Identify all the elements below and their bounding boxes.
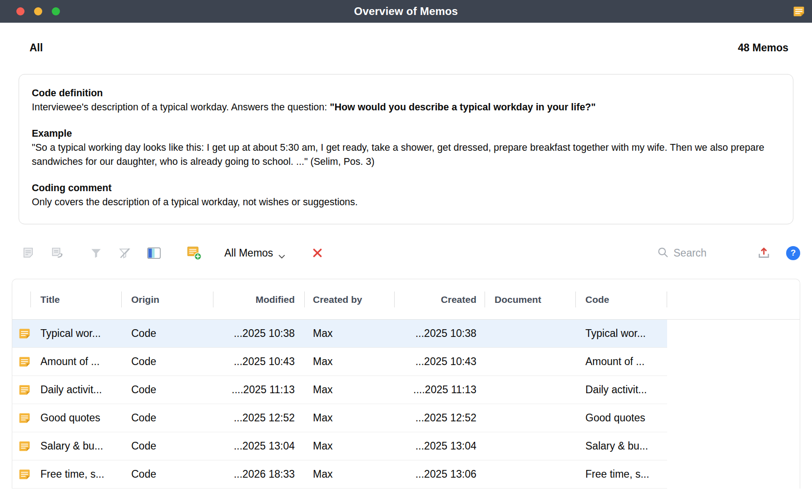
cell-modified: ...2025 12:52 (213, 412, 304, 424)
toolbar: All Memos ? (22, 242, 800, 263)
cell-code: Amount of ... (575, 356, 667, 368)
titlebar: Overview of Memos (0, 0, 812, 23)
cell-created-by: Max (304, 412, 394, 424)
search-icon (657, 246, 669, 260)
cell-created-by: Max (304, 327, 394, 340)
cell-title: Salary & bu... (30, 440, 121, 452)
row-filler (667, 432, 800, 460)
cell-origin: Code (121, 468, 213, 480)
column-header-created[interactable]: Created (394, 279, 485, 320)
cell-origin: Code (121, 440, 213, 452)
table-row[interactable]: Daily activit... Code ....2025 11:13 Max… (12, 376, 800, 404)
memo-with-arrow-icon[interactable] (51, 247, 64, 259)
cell-modified: ...2026 18:33 (213, 468, 304, 480)
cell-modified: ...2025 13:04 (213, 440, 304, 452)
cell-created: ....2025 11:13 (394, 384, 485, 396)
subheader: All 48 Memos (0, 23, 812, 54)
table-row[interactable]: Good quotes Code ...2025 12:52 Max ...20… (12, 404, 800, 432)
cell-modified: ...2025 10:38 (213, 327, 304, 340)
column-header-document[interactable]: Document (485, 279, 575, 320)
reset-filter-icon[interactable] (119, 247, 131, 259)
table-row[interactable]: Salary & bu... Code ...2025 13:04 Max ..… (12, 432, 800, 460)
cell-created: ...2025 13:04 (394, 440, 485, 452)
row-filler (667, 348, 800, 376)
cell-title: Typical wor... (30, 327, 121, 340)
select-columns-icon[interactable] (147, 247, 161, 259)
memo-icon[interactable] (12, 468, 30, 480)
search-field[interactable] (657, 246, 742, 260)
new-memo-icon[interactable] (187, 246, 202, 260)
cell-created-by: Max (304, 384, 394, 396)
memo-icon[interactable] (12, 440, 30, 452)
coding-comment-heading: Coding comment (32, 181, 780, 195)
cell-created-by: Max (304, 440, 394, 452)
code-definition-text: Interviewee's description of a typical w… (32, 100, 780, 114)
cell-created: ...2025 10:43 (394, 356, 485, 368)
row-filler (667, 460, 800, 489)
cell-code: Free time, s... (575, 468, 667, 480)
table-row[interactable]: Amount of ... Code ...2025 10:43 Max ...… (12, 348, 800, 376)
toolbar-right: ? (657, 246, 800, 260)
cell-code: Typical wor... (575, 327, 667, 340)
column-header-modified[interactable]: Modified (213, 279, 304, 320)
cell-created-by: Max (304, 468, 394, 480)
cell-modified: ...2025 10:43 (213, 356, 304, 368)
column-header-title[interactable]: Title (30, 279, 121, 320)
row-filler (667, 404, 800, 432)
cell-created: ...2025 13:06 (394, 468, 485, 480)
memo-icon[interactable] (12, 327, 30, 340)
table-header: Title Origin Modified Created by Created… (12, 279, 800, 320)
table-row[interactable]: Typical wor... Code ...2025 10:38 Max ..… (12, 320, 800, 348)
filter-icon[interactable] (90, 247, 102, 259)
memo-scope-label: All Memos (224, 247, 273, 259)
example-heading: Example (32, 127, 780, 141)
table-row[interactable]: Free time, s... Code ...2026 18:33 Max .… (12, 460, 800, 489)
cell-origin: Code (121, 384, 213, 396)
memo-icon[interactable] (12, 412, 30, 424)
cell-origin: Code (121, 412, 213, 424)
memo-count: 48 Memos (738, 42, 788, 54)
cell-modified: ....2025 11:13 (213, 384, 304, 396)
open-memo-icon[interactable] (22, 247, 35, 259)
coding-comment-text: Only covers the description of a typical… (32, 195, 780, 209)
memo-preview-card: Code definition Interviewee's descriptio… (19, 74, 793, 224)
cell-created: ...2025 12:52 (394, 412, 485, 424)
cell-origin: Code (121, 327, 213, 340)
cell-title: Daily activit... (30, 384, 121, 396)
column-header-icon (12, 279, 30, 320)
search-input[interactable] (673, 247, 742, 259)
export-icon[interactable] (757, 246, 771, 260)
memos-table: Title Origin Modified Created by Created… (12, 279, 800, 489)
column-header-created-by[interactable]: Created by (304, 279, 394, 320)
cell-code: Salary & bu... (575, 440, 667, 452)
row-filler (667, 376, 800, 404)
row-filler (667, 320, 800, 348)
cell-title: Amount of ... (30, 356, 121, 368)
scope-label: All (30, 42, 43, 54)
help-button[interactable]: ? (786, 246, 800, 260)
cell-title: Free time, s... (30, 468, 121, 480)
memo-icon[interactable] (12, 356, 30, 368)
cell-created-by: Max (304, 356, 394, 368)
cell-code: Daily activit... (575, 384, 667, 396)
memo-icon[interactable] (12, 384, 30, 396)
chevron-down-icon (278, 249, 285, 262)
cell-code: Good quotes (575, 412, 667, 424)
memo-icon (793, 5, 805, 19)
column-header-origin[interactable]: Origin (121, 279, 213, 320)
delete-icon[interactable] (312, 247, 323, 259)
window-title: Overview of Memos (0, 5, 812, 18)
code-definition-heading: Code definition (32, 86, 780, 100)
column-header-code[interactable]: Code (575, 279, 667, 320)
example-text: "So a typical working day looks like thi… (32, 141, 780, 169)
cell-origin: Code (121, 356, 213, 368)
cell-created: ...2025 10:38 (394, 327, 485, 340)
memo-scope-dropdown[interactable]: All Memos (224, 245, 285, 262)
cell-title: Good quotes (30, 412, 121, 424)
